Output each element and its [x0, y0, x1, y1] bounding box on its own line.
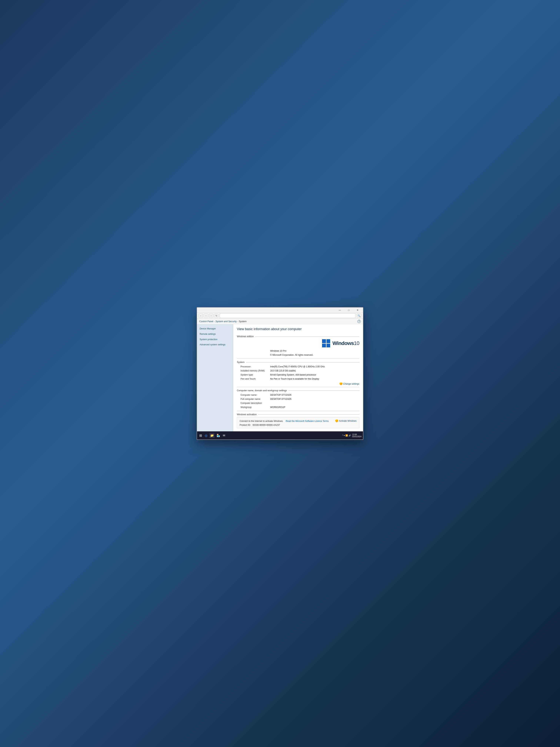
computer-name-label: Computer name:	[237, 393, 270, 397]
edition-label	[237, 349, 270, 353]
maximize-button[interactable]: □	[344, 308, 353, 312]
up-button[interactable]: ↑	[209, 313, 213, 318]
window-controls: — □ ✕	[336, 308, 362, 312]
windows-edition-info: Windows 10 Pro © Microsoft Corporation. …	[237, 349, 359, 357]
system-type-value: 64-bit Operating System, x64-based proce…	[270, 373, 316, 377]
ram-row: Installed memory (RAM): 16.0 GB (15.8 GB…	[237, 369, 359, 372]
breadcrumb-system-security[interactable]: System and Security	[215, 320, 237, 323]
copyright-value: © Microsoft Corporation. All rights rese…	[270, 353, 313, 357]
computer-name-section-header: Computer name, domain and workgroup sett…	[237, 389, 359, 392]
windows-logo-grid	[322, 339, 330, 347]
search-button[interactable]: 🔍	[357, 313, 362, 318]
full-computer-name-value: DESKTOP-STV2AD5	[270, 397, 291, 401]
copyright-row: © Microsoft Corporation. All rights rese…	[237, 353, 359, 357]
edge-button[interactable]: ◎	[204, 433, 208, 438]
activation-text-row: Connect to the Internet to activate Wind…	[240, 419, 329, 422]
processor-row: Processor: Intel(R) Core(TM) i7-8565U CP…	[237, 365, 359, 368]
minimize-button[interactable]: —	[336, 308, 344, 312]
processor-value: Intel(R) Core(TM) i7-8565U CPU @ 1.80GHz…	[270, 365, 325, 368]
pen-touch-value: No Pen or Touch Input is available for t…	[270, 377, 319, 381]
nav-buttons: ‹ › ↑ ↻	[198, 313, 218, 318]
sidebar-item-advanced-settings[interactable]: Advanced system settings	[197, 342, 233, 347]
system-section-header: System	[237, 361, 359, 363]
windows-logo-text: Windows10	[332, 340, 359, 346]
activation-section: Connect to the Internet to activate Wind…	[237, 417, 359, 428]
breadcrumb-sep-1: ›	[214, 320, 215, 323]
change-settings-row-system: Change settings	[237, 382, 359, 385]
logo-quad-br	[326, 344, 330, 347]
computer-name-value: DESKTOP-STV2AD5	[270, 393, 291, 397]
processor-label: Processor:	[237, 365, 270, 368]
back-button[interactable]: ‹	[198, 313, 203, 318]
window-titlebar: — □ ✕	[197, 308, 363, 313]
ram-value: 16.0 GB (15.8 GB usable)	[270, 369, 296, 372]
address-bar: ‹ › ↑ ↻ 🔍	[197, 313, 363, 319]
taskbar: ⊞ ◎ 📁 🏪 ✉ ^ ♦ 📶 🔊 12:0001/01/2024	[197, 431, 363, 439]
clock: 12:0001/01/2024	[352, 434, 362, 438]
sidebar-item-device-manager[interactable]: Device Manager	[197, 326, 233, 331]
breadcrumb-current: System	[239, 320, 247, 323]
mail-button[interactable]: ✉	[222, 433, 226, 438]
breadcrumb-control-panel[interactable]: Control Panel	[199, 320, 213, 323]
edition-value: Windows 10 Pro	[270, 349, 286, 353]
content-area: Device Manager Remote settings System pr…	[197, 324, 363, 431]
windows-logo: Windows10	[322, 339, 359, 347]
breadcrumb: Control Panel › System and Security › Sy…	[197, 319, 363, 324]
breadcrumb-sep-2: ›	[237, 320, 238, 323]
activate-shield-icon	[335, 419, 338, 422]
system-type-label: System type:	[237, 373, 270, 377]
system-tray: ^ ♦ 📶 🔊	[342, 434, 351, 437]
sidebar: Device Manager Remote settings System pr…	[197, 324, 233, 431]
product-id: Product ID: 00330-80000-00000-AA237	[240, 424, 356, 426]
computer-name-row: Computer name: DESKTOP-STV2AD5	[237, 393, 359, 397]
file-explorer-button[interactable]: 📁	[209, 433, 215, 438]
start-button[interactable]: ⊞	[198, 433, 203, 438]
shield-icon	[340, 382, 342, 385]
pen-touch-row: Pen and Touch: No Pen or Touch Input is …	[237, 377, 359, 381]
logo-quad-tr	[326, 339, 330, 343]
pen-touch-label: Pen and Touch:	[237, 377, 270, 381]
logo-quad-tl	[322, 339, 326, 343]
forward-button[interactable]: ›	[204, 313, 208, 318]
workgroup-label: Workgroup:	[237, 406, 270, 409]
address-input[interactable]	[220, 313, 355, 318]
close-button[interactable]: ✕	[353, 308, 362, 312]
ram-label: Installed memory (RAM):	[237, 369, 270, 372]
page-title: View basic information about your comput…	[237, 327, 359, 333]
logo-quad-bl	[322, 344, 326, 347]
computer-name-info: Computer name: DESKTOP-STV2AD5 Full comp…	[237, 393, 359, 409]
store-button[interactable]: 🏪	[216, 433, 221, 438]
windows-edition-header: Windows edition	[237, 335, 359, 338]
change-settings-link-system[interactable]: Change settings	[340, 382, 359, 385]
full-computer-name-row: Full computer name: DESKTOP-STV2AD5	[237, 397, 359, 401]
licence-terms-link[interactable]: Read the Microsoft Software Licence Term…	[286, 420, 329, 422]
copyright-label	[237, 353, 270, 357]
edition-row: Windows 10 Pro	[237, 349, 359, 353]
workgroup-value: WORKGROUP	[270, 406, 285, 409]
main-panel: View basic information about your comput…	[233, 324, 363, 431]
activation-text: Connect to the Internet to activate Wind…	[240, 420, 283, 422]
divider-3	[237, 411, 359, 411]
full-computer-name-label: Full computer name:	[237, 397, 270, 401]
refresh-button[interactable]: ↻	[214, 313, 218, 318]
sidebar-item-system-protection[interactable]: System protection	[197, 337, 233, 342]
computer-description-label: Computer description:	[237, 402, 270, 405]
system-type-row: System type: 64-bit Operating System, x6…	[237, 373, 359, 377]
activation-section-header: Windows activation	[237, 413, 359, 416]
computer-description-row: Computer description:	[237, 402, 359, 405]
system-info: Processor: Intel(R) Core(TM) i7-8565U CP…	[237, 365, 359, 381]
sidebar-item-remote-settings[interactable]: Remote settings	[197, 331, 233, 337]
windows-logo-section: Windows10	[237, 339, 359, 347]
help-icon[interactable]: ?	[357, 320, 361, 323]
activate-windows-link[interactable]: Activate Windows	[335, 419, 356, 422]
workgroup-row: Workgroup: WORKGROUP	[237, 406, 359, 409]
